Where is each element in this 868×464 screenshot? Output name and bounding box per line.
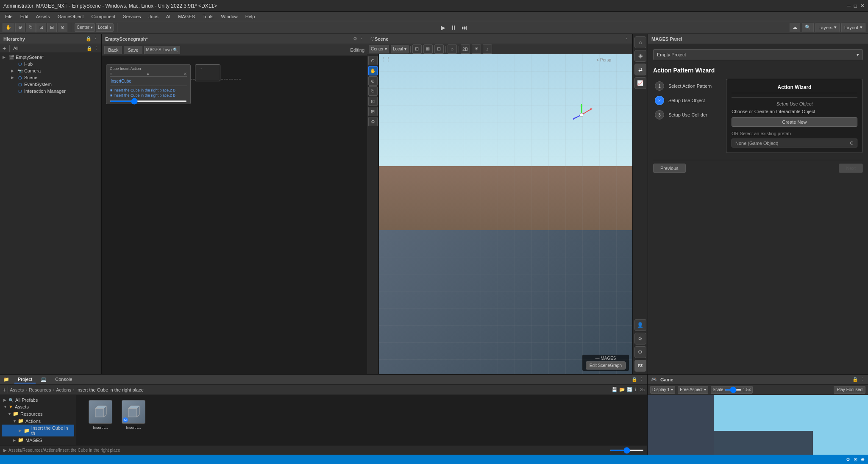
aw-create-btn[interactable]: Create New: [732, 117, 857, 127]
play-button[interactable]: ▶: [439, 24, 447, 31]
sg-save-btn[interactable]: Save: [124, 46, 142, 54]
pause-button[interactable]: ⏸: [449, 24, 458, 31]
zoom-slider[interactable]: [610, 450, 644, 451]
hierarchy-add-btn[interactable]: +: [3, 45, 6, 52]
breadcrumb-actions[interactable]: Actions: [56, 387, 71, 392]
hier-item-scene[interactable]: ▶ ⬡ Scene: [1, 74, 100, 81]
right-home-btn[interactable]: ⌂: [634, 36, 646, 48]
scene-tool-cursor[interactable]: ⊙: [368, 56, 378, 65]
wizard-prev-btn[interactable]: Previous: [653, 164, 686, 173]
scene-2d-btn[interactable]: 2D: [461, 44, 470, 54]
scene-more[interactable]: ⋮: [624, 36, 629, 42]
hierarchy-lock-icon[interactable]: 🔒: [86, 36, 92, 42]
game-lock[interactable]: 🔒: [852, 377, 858, 382]
scene-tool-settings[interactable]: ⚙: [368, 117, 378, 126]
menu-edit[interactable]: Edit: [17, 13, 32, 20]
maximize-btn[interactable]: □: [854, 3, 857, 9]
scene-tool-hand[interactable]: ✋: [368, 66, 378, 75]
sg-node-menu[interactable]: ≡: [110, 72, 112, 76]
scene-tool-rotate[interactable]: ↻: [368, 86, 378, 96]
sg-node-slider[interactable]: [110, 100, 187, 102]
menu-window[interactable]: Window: [218, 13, 241, 20]
cloud-btn[interactable]: ☁: [790, 23, 800, 32]
game-aspect-dropdown[interactable]: Free Aspect▾: [678, 386, 708, 394]
menu-jobs[interactable]: Jobs: [145, 13, 162, 20]
status-icon-2[interactable]: ⊕: [861, 457, 865, 462]
play-focused-btn[interactable]: Play Focused: [834, 386, 865, 394]
game-more[interactable]: ⋮: [860, 377, 865, 382]
sg-node-cube-action[interactable]: Cube Insert Action ≡ ● ✕ InsertCube ■ In…: [106, 64, 191, 104]
sg-node-item-0[interactable]: InsertCube: [110, 78, 187, 84]
sg-node-subitem-1[interactable]: ■ Insert the Cube in the right place,2 B: [110, 93, 187, 98]
right-connect-btn[interactable]: ⇄: [634, 64, 646, 75]
aw-select-prefab[interactable]: None (Game Object) ⊙: [732, 139, 857, 147]
status-icon-1[interactable]: ⊡: [854, 457, 857, 462]
menu-gameobject[interactable]: GameObject: [54, 13, 87, 20]
step-button[interactable]: ⏭: [460, 24, 469, 31]
hier-lock2[interactable]: 🔒: [86, 46, 92, 51]
scene-tool-rect[interactable]: ⊞: [368, 107, 378, 116]
tab-project[interactable]: Project: [14, 376, 36, 383]
bottom-tb-info-icon[interactable]: ℹ: [634, 387, 636, 392]
sg-node-close[interactable]: ✕: [184, 72, 187, 76]
wizard-next-btn[interactable]: Next: [839, 164, 863, 173]
right-settings-btn[interactable]: ⚙: [634, 333, 646, 345]
rotate-tool[interactable]: ↻: [26, 23, 36, 32]
hier-item-emptyscene[interactable]: ▶ 🎬 EmptyScene*: [1, 54, 100, 61]
right-bubble-btn[interactable]: ◉: [634, 50, 646, 62]
edit-scenegraph-btn[interactable]: Edit SceneGraph: [586, 361, 626, 370]
right-settings2-btn[interactable]: ⚙: [634, 346, 646, 358]
transform-tool[interactable]: ⊗: [58, 23, 67, 32]
game-display-dropdown[interactable]: Display 1▾: [650, 386, 675, 394]
hier-more[interactable]: ⋮: [94, 46, 99, 51]
wizard-step-2[interactable]: 2 Setup Use Object: [653, 93, 721, 108]
asset-tree-resources[interactable]: ▼ 📁 Resources: [2, 410, 74, 417]
hier-item-interactionmgr[interactable]: ⬡ Interaction Manager: [1, 88, 100, 94]
menu-mages[interactable]: MAGES: [175, 13, 198, 20]
project-dropdown[interactable]: Empty Project ▾: [653, 49, 863, 60]
hand-tool[interactable]: ✋: [3, 23, 14, 32]
wizard-step-3[interactable]: 3 Setup Use Collider: [653, 108, 721, 122]
local-dropdown[interactable]: Local▾: [391, 45, 409, 53]
close-btn[interactable]: ✕: [860, 3, 865, 9]
pivot-dropdown[interactable]: Center▾: [75, 23, 95, 32]
breadcrumb-assets[interactable]: Assets: [10, 387, 24, 392]
center-dropdown[interactable]: Center▾: [369, 45, 389, 53]
bottom-add-btn[interactable]: +: [3, 386, 6, 393]
scene-menu-dots[interactable]: ⋮⋮: [381, 56, 391, 62]
layers-dropdown[interactable]: Layers▾: [815, 23, 840, 32]
menu-tools[interactable]: Tools: [199, 13, 217, 20]
asset-item-1[interactable]: M Insert t...: [119, 398, 148, 431]
minimize-btn[interactable]: ─: [847, 3, 851, 9]
scene-snap-btn[interactable]: ⊠: [423, 44, 433, 54]
right-pz-btn[interactable]: PZ: [634, 360, 646, 372]
breadcrumb-resources[interactable]: Resources: [29, 387, 51, 392]
game-scale-slider[interactable]: [725, 389, 742, 391]
hier-item-hub[interactable]: ⬡ Hub: [1, 61, 100, 67]
scene-light-btn[interactable]: ☀: [472, 44, 481, 54]
move-tool[interactable]: ⊕: [15, 23, 25, 32]
hier-item-eventsystem[interactable]: ⬡ EventSystem: [1, 81, 100, 88]
search-btn[interactable]: 🔍: [802, 23, 814, 32]
bottom-lock-icon[interactable]: 🔒: [632, 377, 637, 382]
scale-tool[interactable]: ⊡: [36, 23, 46, 32]
asset-tree-assets[interactable]: ▼ ▼ Assets: [2, 403, 74, 410]
status-icon-0[interactable]: ⚙: [846, 457, 850, 462]
sg-settings-icon[interactable]: ⚙: [353, 36, 357, 42]
asset-tree-all-prefabs[interactable]: ▶ 🔍 All Prefabs: [2, 397, 74, 403]
scene-audio-btn[interactable]: ♪: [483, 44, 492, 54]
asset-item-0[interactable]: Insert t...: [86, 398, 115, 431]
asset-tree-actions[interactable]: ▼ 📁 Actions: [2, 417, 74, 425]
menu-file[interactable]: File: [2, 13, 16, 20]
bottom-tb-save-icon[interactable]: 💾: [612, 387, 618, 392]
sg-node-subitem-0[interactable]: ■ Insert the Cube in the right place,2 B: [110, 88, 187, 93]
scene-tool-scale[interactable]: ⊡: [368, 97, 378, 106]
rect-tool[interactable]: ⊞: [47, 23, 57, 32]
scene-render-btn[interactable]: ○: [448, 44, 457, 54]
wizard-step-1[interactable]: 1 Select Action Pattern: [653, 79, 721, 93]
menu-assets[interactable]: Assets: [33, 13, 53, 20]
scene-tool-move[interactable]: ⊕: [368, 76, 378, 86]
sg-node-right[interactable]: →: [195, 64, 220, 81]
scene-grid-btn[interactable]: ⊞: [412, 44, 422, 54]
menu-component[interactable]: Component: [88, 13, 119, 20]
